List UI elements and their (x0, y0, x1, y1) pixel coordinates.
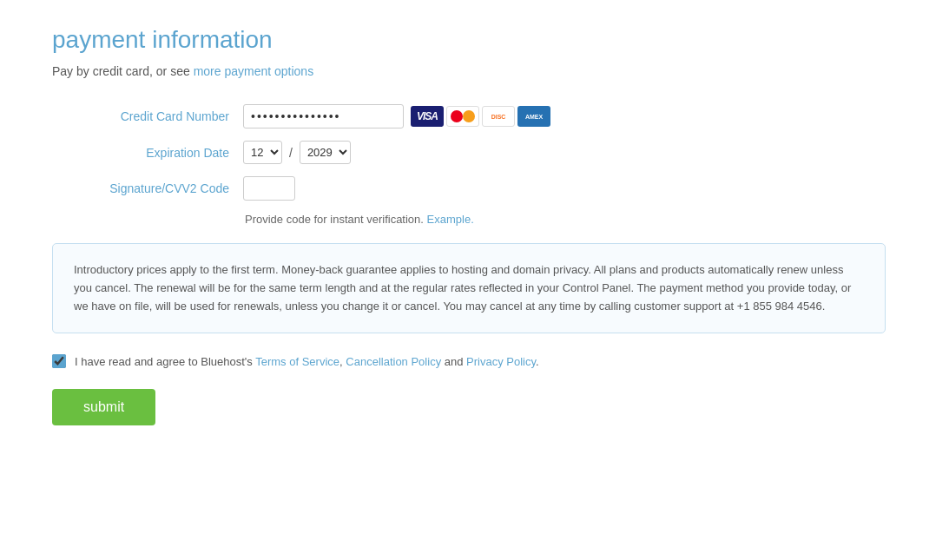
main-container: payment information Pay by credit card, … (0, 0, 949, 451)
payment-form: Credit Card Number VISA DISC AMEX Expira… (52, 104, 897, 226)
credit-card-row: Credit Card Number VISA DISC AMEX (52, 104, 897, 128)
credit-card-label: Credit Card Number (52, 109, 243, 123)
privacy-policy-link[interactable]: Privacy Policy (466, 355, 536, 368)
info-box: Introductory prices apply to the first t… (52, 243, 886, 333)
cvv-row: Signature/CVV2 Code (52, 176, 897, 201)
cvv-example-link[interactable]: Example. (427, 213, 474, 226)
card-icons: VISA DISC AMEX (411, 106, 550, 127)
expiration-date-label: Expiration Date (52, 146, 243, 160)
submit-button[interactable]: submit (52, 389, 155, 425)
mastercard-icon (446, 106, 479, 127)
amex-icon: AMEX (517, 106, 550, 127)
expiration-date-row: Expiration Date 01 02 03 04 05 06 07 08 … (52, 141, 897, 164)
agreement-text: I have read and agree to Bluehost's Term… (75, 355, 539, 368)
credit-card-input-group: VISA DISC AMEX (243, 104, 550, 128)
cvv-input-group (243, 176, 295, 201)
cancellation-policy-link[interactable]: Cancellation Policy (346, 355, 441, 368)
expiry-input-group: 01 02 03 04 05 06 07 08 09 10 11 12 / 20… (243, 141, 351, 164)
credit-card-input[interactable] (243, 104, 404, 128)
terms-of-service-link[interactable]: Terms of Service (255, 355, 339, 368)
slash-separator: / (289, 146, 293, 160)
visa-icon: VISA (411, 106, 444, 127)
agreement-row: I have read and agree to Bluehost's Term… (52, 354, 897, 368)
expiry-month-select[interactable]: 01 02 03 04 05 06 07 08 09 10 11 12 (243, 141, 282, 164)
cvv-label: Signature/CVV2 Code (52, 181, 243, 195)
discover-icon: DISC (482, 106, 515, 127)
cvv-input[interactable] (243, 176, 295, 201)
subtitle: Pay by credit card, or see more payment … (52, 64, 897, 78)
expiry-year-select[interactable]: 2024 2025 2026 2027 2028 2029 2030 2031 … (300, 141, 351, 164)
agreement-checkbox[interactable] (52, 354, 66, 368)
cvv-hint: Provide code for instant verification. E… (245, 213, 897, 226)
more-payment-options-link[interactable]: more payment options (194, 64, 314, 78)
page-title: payment information (52, 26, 897, 54)
